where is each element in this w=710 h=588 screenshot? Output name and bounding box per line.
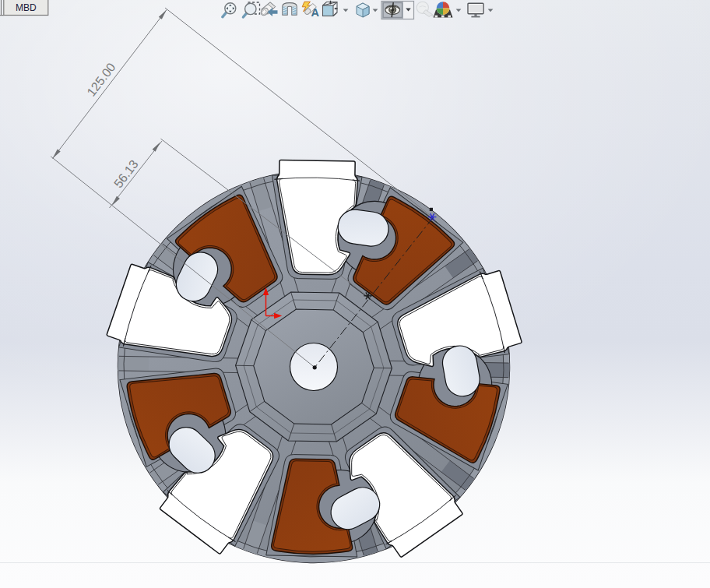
svg-text:A: A <box>311 6 320 19</box>
svg-text:MBD: MBD <box>16 2 37 13</box>
